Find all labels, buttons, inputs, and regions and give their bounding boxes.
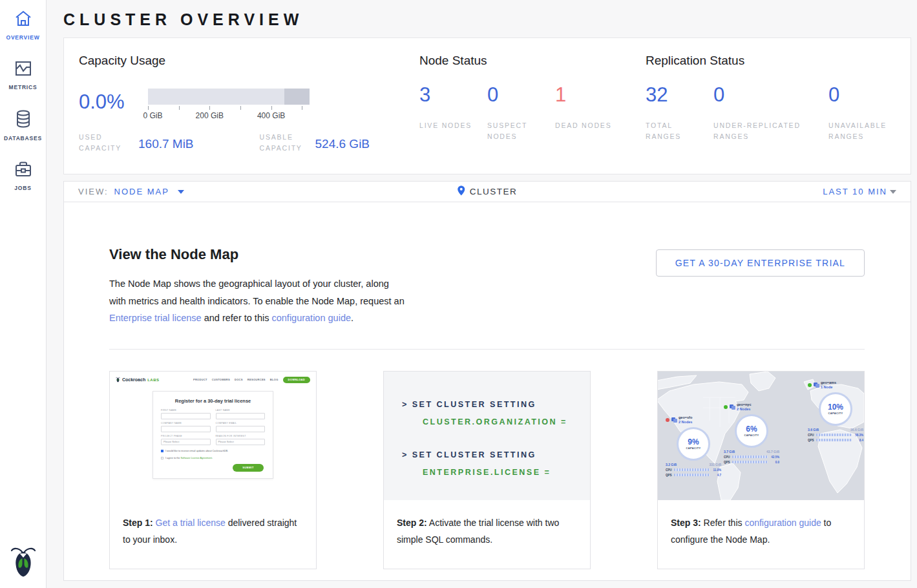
text-input [161, 426, 211, 432]
dead-nodes-stat: 1 DEAD NODES [555, 85, 623, 142]
section-divider [109, 349, 865, 350]
locality-node-count: 2 Nodes [737, 407, 751, 412]
usable-capacity-label: USABLE CAPACITY [260, 132, 315, 154]
nav-item: CUSTOMERS [212, 378, 230, 381]
field-label: PROJECT PHASE [161, 435, 211, 437]
capacity-usage-section: Capacity Usage 0.0% 0 GiB 200 GiB 400 Gi [79, 54, 419, 174]
site-nav: PRODUCT CUSTOMERS DOCS RESOURCES BLOG DO… [193, 377, 310, 383]
usable-capacity-value: 524.6 GiB [315, 137, 370, 151]
step1-card: Cockroach LABS PRODUCT CUSTOMERS DOCS RE… [109, 371, 317, 569]
cluster-breadcrumb: CLUSTER [458, 185, 518, 198]
node-status-title: Node Status [419, 54, 646, 68]
node-status-section: Node Status 3 LIVE NODES 0 SUSPECT NODES… [419, 54, 646, 174]
enterprise-trial-license-link[interactable]: Enterprise trial license [109, 313, 202, 323]
enterprise-trial-button[interactable]: GET A 30-DAY ENTERPRISE TRIAL [656, 249, 865, 277]
nav-item: RESOURCES [248, 378, 266, 381]
locality-node-count: 1 Node [821, 385, 836, 390]
sidebar-item-label: METRICS [9, 84, 37, 90]
unavailable-label: UNAVAILABLE RANGES [828, 120, 888, 142]
replication-status-section: Replication Status 32 TOTAL RANGES 0 UND… [646, 54, 896, 174]
form-title: Register for a 30-day trial license [161, 398, 265, 404]
nav-item: PRODUCT [193, 378, 207, 381]
axis-tick-label: 200 GiB [196, 111, 224, 120]
text-input [216, 413, 266, 419]
view-bar: VIEW: NODE MAP CLUSTER LAST 10 MIN [63, 181, 911, 202]
sql-setting: ENTERPRISE.LICENSE = [423, 468, 590, 477]
description-text: and refer to this [202, 313, 272, 323]
sidebar-item-label: DATABASES [4, 135, 42, 142]
live-status-icon [808, 383, 812, 387]
locality-node-count: 2 Nodes [679, 420, 692, 425]
under-replicated-ranges-stat: 0 UNDER-REPLICATED RANGES [713, 85, 828, 142]
registration-screenshot: Cockroach LABS PRODUCT CUSTOMERS DOCS RE… [110, 372, 316, 500]
suspect-nodes-value: 0 [487, 85, 555, 105]
used-capacity-value: 160.7 MiB [138, 137, 194, 151]
get-trial-license-link[interactable]: Get a trial license [156, 518, 226, 528]
chevron-down-icon [890, 190, 896, 194]
node-map-preview: geo=sfo 2 Nodes 9% CAPACITY 3.2 GiB 331 … [658, 372, 864, 500]
live-nodes-label: LIVE NODES [419, 120, 479, 131]
live-nodes-stat: 3 LIVE NODES [419, 85, 487, 142]
node-map-title: View the Node Map [109, 246, 408, 263]
home-icon [14, 10, 32, 30]
checkbox-unchecked [161, 457, 163, 459]
suspect-nodes-label: SUSPECT NODES [487, 120, 547, 142]
time-range-selector[interactable]: LAST 10 MIN [823, 187, 896, 196]
step2-caption: Step 2: Activate the trial license with … [384, 500, 590, 548]
capacity-usage-title: Capacity Usage [79, 54, 419, 68]
step1-caption: Step 1: Get a trial license delivered st… [110, 500, 316, 548]
sidebar-item-overview[interactable]: OVERVIEW [0, 0, 47, 50]
view-selector[interactable]: VIEW: NODE MAP [78, 187, 184, 196]
dead-nodes-label: DEAD NODES [555, 120, 615, 131]
nav-item: DOCS [235, 378, 243, 381]
field-label: COMPANY NAME [161, 422, 211, 425]
nodes-icon [814, 383, 819, 388]
locality-widget-ams: geo=ams 1 Node 10% CAPACITY 3.6 GiB 36.6 [808, 381, 863, 442]
chevron-down-icon [178, 190, 184, 194]
axis-tick-label: 400 GiB [257, 111, 285, 120]
locality-widget-sfo: geo=sfo 2 Nodes 9% CAPACITY 3.2 GiB 331 … [666, 415, 721, 477]
locality-widget-nyc: geo=nyc 2 Nodes 6% CAPACITY 3.7 GiB 43.7 [724, 403, 779, 464]
page-title: CLUSTER OVERVIEW [63, 10, 911, 29]
dead-status-icon [666, 418, 669, 422]
text-input [161, 413, 211, 419]
total-ranges-stat: 32 TOTAL RANGES [646, 85, 713, 142]
capacity-gauge: 6% CAPACITY [735, 414, 768, 448]
total-ranges-label: TOTAL RANGES [646, 120, 705, 142]
view-value: NODE MAP [114, 187, 169, 196]
capacity-gauge: 10% CAPACITY [819, 392, 852, 426]
locality-name: geo=nyc [737, 403, 751, 407]
select-input: Please Select [216, 439, 266, 445]
sidebar-item-metrics[interactable]: METRICS [0, 50, 47, 100]
cockroach-labs-logo: Cockroach LABS [116, 377, 160, 383]
capacity-bar-chart: 0 GiB 200 GiB 400 GiB [148, 89, 310, 120]
step-label: Step 2: [397, 518, 427, 528]
description-text: . [351, 313, 353, 323]
trial-registration-form: Register for a 30-day trial license FIRS… [153, 391, 273, 479]
live-nodes-value: 3 [419, 85, 487, 105]
total-ranges-value: 32 [646, 85, 713, 105]
configuration-guide-link[interactable]: configuration guide [744, 518, 821, 528]
node-map-description: The Node Map shows the geographical layo… [109, 275, 408, 327]
checkbox-label: I agree to the Software License Agreemen… [165, 457, 213, 459]
view-label: VIEW: [78, 187, 109, 196]
select-input: Please Select [161, 439, 211, 445]
locality-name: geo=ams [821, 381, 836, 385]
text-input [216, 426, 266, 432]
configuration-guide-link[interactable]: configuration guide [271, 313, 351, 323]
cockroachdb-logo [10, 545, 37, 580]
locality-name: geo=sfo [679, 415, 692, 420]
replication-status-title: Replication Status [646, 54, 896, 68]
step2-card: > SET CLUSTER SETTING CLUSTER.ORGANIZATI… [383, 371, 591, 569]
checkbox-checked [161, 450, 163, 452]
nodes-icon [671, 417, 677, 423]
sql-setting: CLUSTER.ORGANIZATION = [423, 417, 590, 426]
download-button: DOWNLOAD [283, 377, 310, 383]
main-content: CLUSTER OVERVIEW Capacity Usage 0.0% 0 G… [47, 0, 917, 588]
cluster-summary-panel: Capacity Usage 0.0% 0 GiB 200 GiB 400 Gi [63, 37, 911, 174]
submit-button: SUBMIT [233, 464, 264, 472]
live-status-icon [724, 405, 728, 409]
sidebar-item-databases[interactable]: DATABASES [0, 100, 47, 151]
unavailable-value: 0 [828, 85, 896, 105]
sidebar-item-jobs[interactable]: JOBS [0, 151, 47, 200]
